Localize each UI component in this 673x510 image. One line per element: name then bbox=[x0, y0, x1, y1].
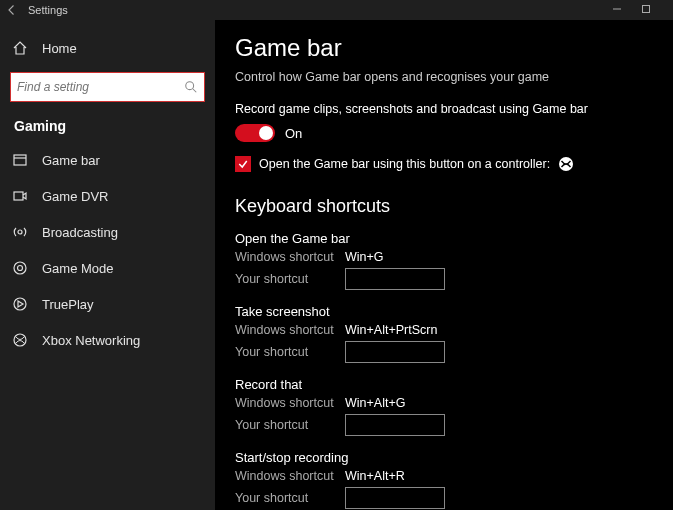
home-icon bbox=[12, 40, 28, 56]
shortcut-block: Record thatWindows shortcutWin+Alt+GYour… bbox=[235, 377, 653, 436]
shortcut-block: Take screenshotWindows shortcutWin+Alt+P… bbox=[235, 304, 653, 363]
toggle-state: On bbox=[285, 126, 302, 141]
windows-shortcut-label: Windows shortcut bbox=[235, 323, 345, 337]
sidebar-item-game-mode[interactable]: Game Mode bbox=[0, 250, 215, 286]
minimize-button[interactable] bbox=[612, 4, 638, 14]
shortcut-block: Start/stop recordingWindows shortcutWin+… bbox=[235, 450, 653, 509]
search-icon bbox=[184, 80, 198, 94]
broadcast-icon bbox=[12, 224, 28, 240]
sidebar-item-xbox-networking[interactable]: Xbox Networking bbox=[0, 322, 215, 358]
sidebar-item-label: Game bar bbox=[42, 153, 100, 168]
sidebar-item-label: Game DVR bbox=[42, 189, 108, 204]
windows-shortcut-value: Win+Alt+G bbox=[345, 396, 405, 410]
shortcut-title: Start/stop recording bbox=[235, 450, 653, 465]
nav-home-label: Home bbox=[42, 41, 77, 56]
trueplay-icon bbox=[12, 296, 28, 312]
maximize-button[interactable] bbox=[641, 4, 667, 14]
window-title: Settings bbox=[28, 4, 68, 16]
your-shortcut-input[interactable] bbox=[345, 414, 445, 436]
svg-point-7 bbox=[18, 230, 22, 234]
svg-rect-4 bbox=[14, 155, 26, 165]
page-subtitle: Control how Game bar opens and recognise… bbox=[235, 70, 653, 84]
svg-line-3 bbox=[193, 89, 197, 93]
sidebar-item-broadcasting[interactable]: Broadcasting bbox=[0, 214, 215, 250]
record-toggle[interactable] bbox=[235, 124, 275, 142]
svg-rect-6 bbox=[14, 192, 23, 200]
nav-home[interactable]: Home bbox=[0, 30, 215, 66]
sidebar-item-trueplay[interactable]: TruePlay bbox=[0, 286, 215, 322]
window-controls bbox=[612, 4, 667, 16]
sidebar-item-label: Game Mode bbox=[42, 261, 114, 276]
search-box[interactable] bbox=[10, 72, 205, 102]
sidebar-item-game-dvr[interactable]: Game DVR bbox=[0, 178, 215, 214]
your-shortcut-label: Your shortcut bbox=[235, 272, 345, 286]
controller-checkbox-label: Open the Game bar using this button on a… bbox=[259, 157, 550, 171]
dvr-icon bbox=[12, 188, 28, 204]
titlebar: Settings bbox=[0, 0, 673, 20]
your-shortcut-input[interactable] bbox=[345, 487, 445, 509]
windows-shortcut-label: Windows shortcut bbox=[235, 250, 345, 264]
your-shortcut-label: Your shortcut bbox=[235, 418, 345, 432]
svg-point-8 bbox=[14, 262, 26, 274]
xbox-controller-icon bbox=[558, 156, 574, 172]
back-button[interactable] bbox=[6, 4, 18, 16]
svg-rect-1 bbox=[643, 6, 650, 13]
gamebar-icon bbox=[12, 152, 28, 168]
sidebar-heading: Gaming bbox=[0, 112, 215, 142]
your-shortcut-label: Your shortcut bbox=[235, 491, 345, 505]
your-shortcut-label: Your shortcut bbox=[235, 345, 345, 359]
windows-shortcut-value: Win+Alt+R bbox=[345, 469, 405, 483]
controller-checkbox[interactable] bbox=[235, 156, 251, 172]
shortcut-title: Record that bbox=[235, 377, 653, 392]
your-shortcut-input[interactable] bbox=[345, 341, 445, 363]
shortcuts-heading: Keyboard shortcuts bbox=[235, 196, 653, 217]
svg-point-9 bbox=[18, 266, 23, 271]
sidebar-item-label: TruePlay bbox=[42, 297, 94, 312]
xbox-icon bbox=[12, 332, 28, 348]
shortcut-title: Take screenshot bbox=[235, 304, 653, 319]
windows-shortcut-label: Windows shortcut bbox=[235, 396, 345, 410]
your-shortcut-input[interactable] bbox=[345, 268, 445, 290]
windows-shortcut-value: Win+Alt+PrtScrn bbox=[345, 323, 437, 337]
svg-point-10 bbox=[14, 298, 26, 310]
svg-point-11 bbox=[14, 334, 26, 346]
search-input[interactable] bbox=[17, 80, 184, 94]
sidebar: Home Gaming Game bar Game DVR bbox=[0, 20, 215, 510]
sidebar-item-label: Broadcasting bbox=[42, 225, 118, 240]
windows-shortcut-value: Win+G bbox=[345, 250, 384, 264]
windows-shortcut-label: Windows shortcut bbox=[235, 469, 345, 483]
shortcut-title: Open the Game bar bbox=[235, 231, 653, 246]
search-wrap bbox=[10, 72, 205, 102]
shortcut-block: Open the Game barWindows shortcutWin+GYo… bbox=[235, 231, 653, 290]
page-title: Game bar bbox=[235, 34, 653, 62]
record-label: Record game clips, screenshots and broad… bbox=[235, 102, 653, 116]
sidebar-item-label: Xbox Networking bbox=[42, 333, 140, 348]
content-area: Game bar Control how Game bar opens and … bbox=[215, 20, 673, 510]
gamemode-icon bbox=[12, 260, 28, 276]
svg-point-2 bbox=[186, 82, 194, 90]
sidebar-item-game-bar[interactable]: Game bar bbox=[0, 142, 215, 178]
